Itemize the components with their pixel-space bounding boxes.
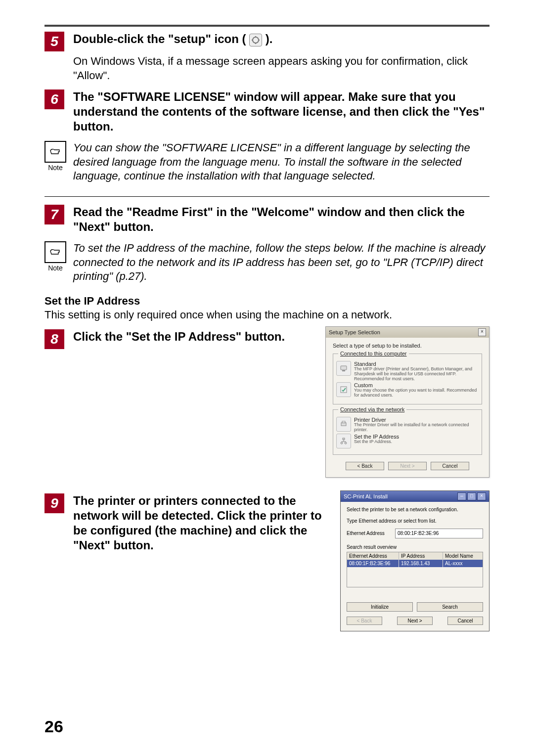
subsection-body: This setting is only required once when … <box>44 309 490 321</box>
eth-input[interactable]: 08:00:1F:B2:3E:96 <box>395 529 483 538</box>
step-7: 7 Read the "Readme First" in the "Welcom… <box>44 205 490 234</box>
step-number-7: 7 <box>44 205 64 224</box>
step-8: 8 Click the "Set the IP Address" button. <box>44 329 315 349</box>
option-custom-desc: You may choose the option you want to in… <box>354 388 479 398</box>
option-printer-driver[interactable]: Printer Driver The Printer Driver will b… <box>336 417 479 433</box>
svg-rect-8 <box>343 438 345 440</box>
step-5-body: On Windows Vista, if a message screen ap… <box>73 54 490 83</box>
setup-icon <box>249 34 262 46</box>
note-2-text: To set the IP address of the machine, fo… <box>73 241 490 284</box>
svg-point-7 <box>345 442 347 444</box>
step-number-6: 6 <box>44 89 64 109</box>
maximize-icon[interactable]: □ <box>467 492 476 500</box>
next-button-2[interactable]: Next > <box>397 617 433 625</box>
cancel-button-2[interactable]: Cancel <box>447 617 483 625</box>
step-6-heading: The "SOFTWARE LICENSE" window will appea… <box>73 89 490 134</box>
close-icon[interactable]: × <box>477 492 486 500</box>
printer-driver-icon <box>336 417 351 432</box>
step-7-heading: Read the "Readme First" in the "Welcome"… <box>73 205 490 234</box>
svg-point-0 <box>253 37 259 43</box>
step-5-heading-text-b: ). <box>266 32 273 45</box>
back-button[interactable]: < Back <box>346 462 384 470</box>
note-label-1: Note <box>44 164 66 172</box>
step-6: 6 The "SOFTWARE LICENSE" window will app… <box>44 89 490 134</box>
cancel-button[interactable]: Cancel <box>431 462 469 470</box>
table-empty-area <box>347 567 483 587</box>
table-row[interactable]: 08:00:1F:B2:3E:96 192.168.1.43 AL-xxxx <box>347 560 483 567</box>
section-divider-1 <box>44 196 490 197</box>
step-number-8: 8 <box>44 329 64 349</box>
note-1: Note You can show the "SOFTWARE LICENSE"… <box>44 141 490 183</box>
step-5: 5 Double-click the "setup" icon ( ). <box>44 32 490 51</box>
col-model: Model Name <box>443 552 483 560</box>
option-set-ip[interactable]: Set the IP Address Set the IP Address. <box>336 434 479 448</box>
search-button[interactable]: Search <box>417 602 483 612</box>
dialog1-buttons: < Back Next > Cancel <box>333 462 482 470</box>
note-hand-icon <box>44 141 66 163</box>
svg-point-6 <box>341 442 343 444</box>
dialog2-nav-buttons: < Back Next > Cancel <box>347 617 483 625</box>
page: 5 Double-click the "setup" icon ( ). On … <box>0 0 534 756</box>
custom-icon <box>336 382 351 397</box>
row-model: AL-xxxx <box>443 560 483 567</box>
svg-rect-3 <box>341 387 347 393</box>
search-result-label: Search result overview <box>347 544 483 550</box>
option-set-ip-desc: Set the IP Address. <box>354 440 399 445</box>
step-9-row: 9 The printer or printers connected to t… <box>44 490 490 631</box>
note-icon-block: Note <box>44 141 66 172</box>
step-8-heading: Click the "Set the IP Address" button. <box>73 329 315 344</box>
dialog2-action-buttons: Initialize Search <box>347 602 483 612</box>
step-5-heading-text-a: Double-click the "setup" icon ( <box>73 32 246 45</box>
option-custom[interactable]: Custom You may choose the option you wan… <box>336 382 479 398</box>
svg-rect-1 <box>341 366 347 370</box>
note-2: Note To set the IP address of the machin… <box>44 241 490 284</box>
top-divider <box>44 25 490 27</box>
note-label-2: Note <box>44 264 66 272</box>
group1-legend: Connected to this computer <box>338 351 409 356</box>
close-icon[interactable]: × <box>478 328 486 336</box>
col-ip: IP Address <box>399 552 443 560</box>
subsection-heading: Set the IP Address <box>44 295 490 308</box>
scprint-install-dialog: SC-Print AL Install – □ × Select the pri… <box>340 490 490 631</box>
group-connected-network: Connected via the network Printer Driver… <box>333 409 482 455</box>
step-9: 9 The printer or printers connected to t… <box>44 493 330 553</box>
dialog2-title: SC-Print AL Install <box>344 493 388 499</box>
step-5-heading: Double-click the "setup" icon ( ). <box>73 32 490 46</box>
back-button-2[interactable]: < Back <box>347 617 382 625</box>
note-icon-block-2: Note <box>44 241 66 272</box>
network-icon <box>336 434 351 448</box>
dialog1-titlebar: Setup Type Selection × <box>326 327 489 338</box>
step-number-5: 5 <box>44 32 64 51</box>
option-standard[interactable]: Standard The MFP driver (Printer and Sca… <box>336 361 479 382</box>
ethernet-address-field: Ethernet Address 08:00:1F:B2:3E:96 <box>347 529 483 538</box>
row-eth: 08:00:1F:B2:3E:96 <box>347 560 399 567</box>
standard-icon <box>336 361 351 376</box>
svg-rect-5 <box>342 421 345 423</box>
dialog2-prompt: Select the printer to be set a network c… <box>347 507 483 512</box>
note-hand-icon-2 <box>44 241 66 263</box>
initialize-button[interactable]: Initialize <box>347 602 413 612</box>
dialog1-title: Setup Type Selection <box>329 329 380 335</box>
dialog2-titlebar: SC-Print AL Install – □ × <box>341 491 489 502</box>
step-9-heading: The printer or printers connected to the… <box>73 493 330 553</box>
table-header: Ethernet Address IP Address Model Name <box>347 552 483 560</box>
option-standard-desc: The MFP driver (Printer and Scanner), Bu… <box>354 367 479 382</box>
minimize-icon[interactable]: – <box>457 492 466 500</box>
col-eth: Ethernet Address <box>347 552 399 560</box>
group2-legend: Connected via the network <box>338 406 406 412</box>
option-standard-title: Standard <box>354 361 479 367</box>
svg-rect-4 <box>341 423 346 426</box>
row-ip: 192.168.1.43 <box>399 560 443 567</box>
option-printer-driver-desc: The Printer Driver will be installed for… <box>354 423 479 433</box>
dialog1-prompt: Select a type of setup to be installed. <box>333 343 482 349</box>
eth-label: Ethernet Address <box>347 531 391 536</box>
group-connected-computer: Connected to this computer Standard The … <box>333 354 482 404</box>
note-1-text: You can show the "SOFTWARE LICENSE" in a… <box>73 141 490 183</box>
step-number-9: 9 <box>44 493 64 513</box>
step-8-row: 8 Click the "Set the IP Address" button.… <box>44 326 490 478</box>
page-number: 26 <box>44 717 63 736</box>
svg-rect-2 <box>342 370 345 371</box>
next-button[interactable]: Next > <box>388 462 427 470</box>
printer-table: Ethernet Address IP Address Model Name 0… <box>347 552 483 587</box>
setup-type-selection-dialog: Setup Type Selection × Select a type of … <box>325 326 490 478</box>
